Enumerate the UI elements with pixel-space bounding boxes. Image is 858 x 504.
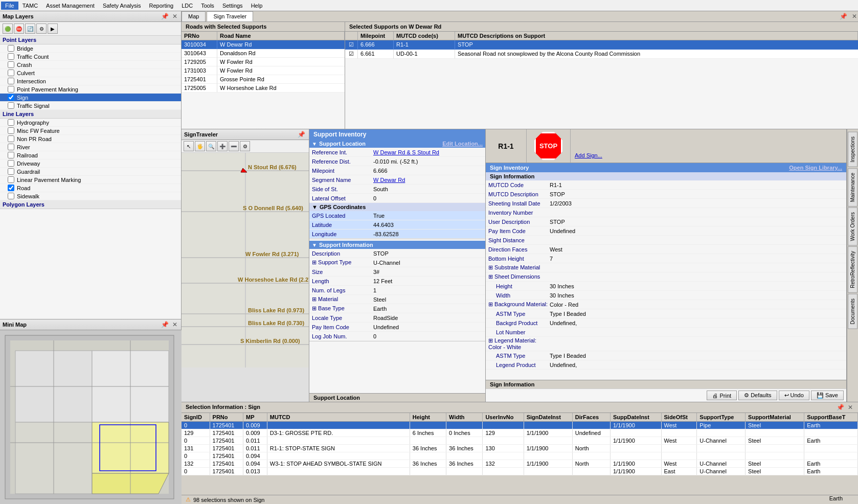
- layer-sign-checkbox[interactable]: [8, 94, 14, 101]
- tab-map[interactable]: Map: [182, 11, 206, 21]
- sel-row-5[interactable]: 132 1725401 0.094 W3-1: STOP AHEAD SYMBO…: [182, 460, 858, 468]
- layer-guardrail[interactable]: Guardrail: [0, 168, 181, 176]
- layer-crash[interactable]: Crash: [0, 61, 181, 69]
- traveler-btn6[interactable]: ⚙: [240, 141, 250, 151]
- traveler-btn4[interactable]: ➕: [217, 141, 228, 151]
- close-button[interactable]: ✕: [171, 13, 178, 20]
- layer-point-paving[interactable]: Point Pavement Marking: [0, 85, 181, 94]
- segment-name-value[interactable]: W Dewar Rd: [373, 177, 483, 183]
- traveler-btn1[interactable]: ↖: [184, 141, 194, 151]
- layer-railroad[interactable]: Railroad: [0, 151, 181, 159]
- support-row-selected[interactable]: ☑ 6.666 R1-1 STOP: [345, 40, 858, 50]
- menu-safety-analysis[interactable]: Safety Analysis: [99, 2, 145, 10]
- menu-file[interactable]: File: [1, 2, 18, 10]
- sel-row-4[interactable]: 0 1725401 0.094: [182, 452, 858, 460]
- layer-sidewalk[interactable]: Sidewalk: [0, 192, 181, 200]
- layer-traffic-count-checkbox[interactable]: [8, 53, 14, 60]
- tab-sign-traveler[interactable]: Sign Traveler: [207, 11, 253, 21]
- menu-reporting[interactable]: Reporting: [145, 2, 177, 10]
- mini-map-pin[interactable]: 📌: [160, 321, 170, 328]
- layer-linear-paving-checkbox[interactable]: [8, 176, 14, 183]
- add-sign-link[interactable]: Add Sign...: [575, 152, 602, 158]
- menu-asset-management[interactable]: Asset Management: [42, 2, 99, 10]
- sign-info-scroll[interactable]: Sign Information MUTCD Code R1-1 MUTCD D…: [486, 172, 846, 380]
- layer-culvert[interactable]: Culvert: [0, 69, 181, 77]
- undo-button[interactable]: ↩ Undo: [779, 391, 809, 400]
- layer-non-pr-road-checkbox[interactable]: [8, 135, 14, 142]
- support-inventory-scroll[interactable]: ▼ Support Location Edit Location... Refe…: [309, 140, 485, 393]
- menu-tools[interactable]: Tools: [197, 2, 218, 10]
- layer-linear-paving[interactable]: Linear Pavement Marking: [0, 176, 181, 184]
- support-location-header[interactable]: ▼ Support Location Edit Location...: [309, 140, 485, 148]
- road-row-2[interactable]: 1729205 W Fowler Rd: [182, 58, 345, 66]
- sel-info-close[interactable]: ✕: [847, 404, 854, 411]
- layer-non-pr-road[interactable]: Non PR Road: [0, 135, 181, 143]
- right-tab-documents[interactable]: Documents: [848, 294, 857, 329]
- menu-settings[interactable]: Settings: [218, 2, 247, 10]
- road-row-4[interactable]: 1725401 Grosse Pointe Rd: [182, 75, 345, 84]
- layer-crash-checkbox[interactable]: [8, 61, 14, 68]
- print-button[interactable]: 🖨 Print: [707, 391, 737, 400]
- sel-row-0[interactable]: 0 1725401 0.009 1/1/1900 West: [182, 422, 858, 429]
- road-row-1[interactable]: 3010643 Donaldson Rd: [182, 49, 345, 58]
- main-panel-close[interactable]: ✕: [851, 11, 858, 21]
- add-layer-btn[interactable]: 🟢: [3, 24, 13, 34]
- main-panel-pin[interactable]: 📌: [839, 11, 848, 21]
- layer-traffic-signal-checkbox[interactable]: [8, 102, 14, 109]
- layer-road[interactable]: Road: [0, 184, 181, 192]
- refresh-btn[interactable]: 🔄: [25, 24, 35, 34]
- ref-int-value[interactable]: W Dewar Rd & S Stout Rd: [373, 149, 483, 155]
- layer-road-checkbox[interactable]: [8, 185, 14, 191]
- right-tab-retroreflectivity[interactable]: RetroReflectivity: [848, 246, 857, 293]
- layer-driveway[interactable]: Driveway: [0, 159, 181, 168]
- menu-help[interactable]: Help: [247, 2, 267, 10]
- layer-intersection-checkbox[interactable]: [8, 78, 14, 84]
- defaults-button[interactable]: ⚙ Defaults: [738, 391, 777, 400]
- layer-guardrail-checkbox[interactable]: [8, 168, 14, 175]
- layer-river[interactable]: River: [0, 143, 181, 151]
- gps-coordinates-header[interactable]: ▼ GPS Coordinates: [309, 203, 485, 211]
- mini-map-canvas[interactable]: [0, 330, 182, 504]
- edit-location-link[interactable]: Edit Location...: [442, 141, 483, 147]
- layer-misc-fw[interactable]: Misc FW Feature: [0, 127, 181, 135]
- layer-river-checkbox[interactable]: [8, 144, 14, 150]
- save-button[interactable]: 💾 Save: [811, 391, 844, 400]
- layer-hydro-checkbox[interactable]: [8, 119, 14, 126]
- more-btn[interactable]: ▶: [48, 24, 58, 34]
- road-row-5[interactable]: 1725005 W Horseshoe Lake Rd: [182, 84, 345, 93]
- traveler-btn5[interactable]: ➖: [229, 141, 239, 151]
- right-tab-inspections[interactable]: Inspections: [848, 132, 857, 167]
- right-tab-maintenance[interactable]: Maintenance: [848, 168, 857, 207]
- traveler-pin[interactable]: 📌: [297, 131, 306, 138]
- support-information-header[interactable]: ▼ Support Information: [309, 241, 485, 249]
- sel-row-6[interactable]: 0 1725401 0.013 1/1/1900 East: [182, 468, 858, 475]
- layer-culvert-checkbox[interactable]: [8, 70, 14, 76]
- layer-intersection[interactable]: Intersection: [0, 77, 181, 85]
- layer-point-paving-checkbox[interactable]: [8, 86, 14, 93]
- sign-info-header[interactable]: Sign Information: [486, 172, 846, 180]
- layer-misc-fw-checkbox[interactable]: [8, 127, 14, 134]
- layer-railroad-checkbox[interactable]: [8, 152, 14, 158]
- open-sign-library-link[interactable]: Open Sign Library...: [789, 165, 842, 171]
- traveler-map[interactable]: N Stout Rd (6.676) S O Donnell Rd (5.640…: [182, 153, 309, 402]
- settings-btn[interactable]: ⚙: [36, 24, 47, 34]
- traveler-btn3[interactable]: 🔍: [206, 141, 216, 151]
- support-row-1[interactable]: ☑ 6.661 UD-00-1 Seasonal Road not snowpl…: [345, 50, 858, 59]
- sel-table-container[interactable]: SignID PRNo MP MUTCD Height Width UserIn…: [182, 413, 858, 495]
- sel-row-1[interactable]: 129 1725401 0.009 D3-1: GROSSE PTE RD. 6…: [182, 429, 858, 437]
- pin-button[interactable]: 📌: [160, 13, 170, 20]
- sel-row-3[interactable]: 131 1725401 0.011 R1-1: STOP-STATE SIGN …: [182, 445, 858, 452]
- layer-driveway-checkbox[interactable]: [8, 160, 14, 167]
- layer-traffic-signal[interactable]: Traffic Signal: [0, 102, 181, 110]
- layer-traffic-count[interactable]: Traffic Count: [0, 53, 181, 61]
- menu-tamc[interactable]: TAMC: [18, 2, 42, 10]
- road-row-3[interactable]: 1731003 W Fowler Rd: [182, 66, 345, 75]
- menu-ldc[interactable]: LDC: [177, 2, 197, 10]
- layer-bridge[interactable]: Bridge: [0, 44, 181, 53]
- layer-sign[interactable]: Sign: [0, 94, 181, 102]
- road-row-selected[interactable]: 3010034 W Dewar Rd: [182, 40, 345, 49]
- layer-hydro[interactable]: Hydrography: [0, 119, 181, 127]
- remove-layer-btn[interactable]: ⛔: [14, 24, 24, 34]
- layer-sidewalk-checkbox[interactable]: [8, 193, 14, 199]
- sel-row-2[interactable]: 0 1725401 0.011 1/1/1900 West: [182, 437, 858, 445]
